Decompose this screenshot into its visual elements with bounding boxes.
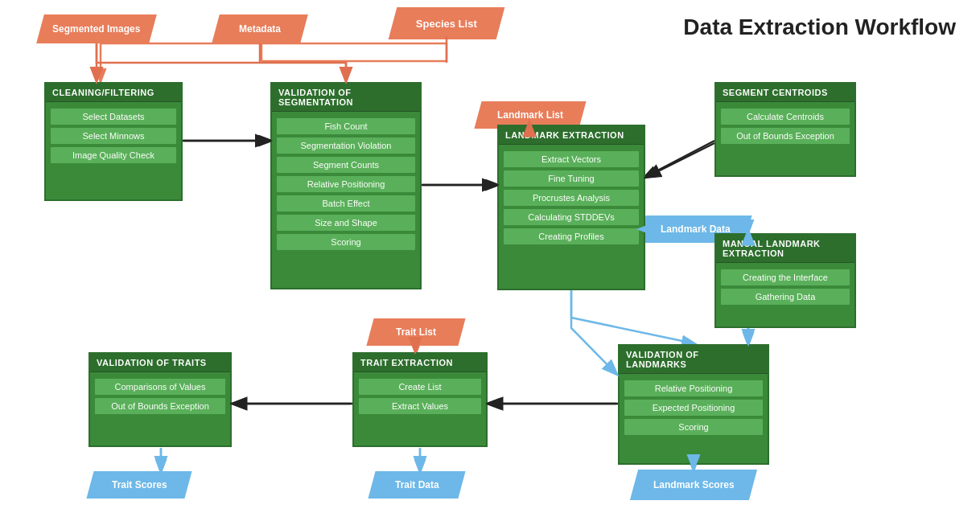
box-landmark-extraction: LANDMARK EXTRACTION Extract Vectors Fine… [497, 125, 645, 290]
item-creating-interface: Creating the Interface [721, 269, 850, 285]
item-select-datasets: Select Datasets [51, 109, 176, 125]
box-cleaning-filtering: CLEANING/FILTERING Select Datasets Selec… [44, 82, 183, 201]
item-size-shape: Size and Shape [277, 215, 415, 231]
box-items-val-seg: Fish Count Segmentation Violation Segmen… [272, 112, 420, 258]
input-segmented-images: Segmented Images [36, 14, 157, 43]
box-items-lm-extract: Extract Vectors Fine Tuning Procrustes A… [499, 145, 644, 252]
item-batch-effect: Batch Effect [277, 195, 415, 211]
item-bounds-except-trait: Out of Bounds Exception [95, 398, 225, 414]
box-trait-extraction: TRAIT EXTRACTION Create List Extract Val… [352, 352, 488, 447]
page-title: Data Extraction Workflow [683, 14, 956, 40]
item-calc-stddevs: Calculating STDDEVs [504, 209, 639, 225]
box-title-manual-lm: MANUAL LANDMARK EXTRACTION [716, 235, 854, 263]
item-scoring-lm: Scoring [624, 419, 763, 435]
item-scoring-seg: Scoring [277, 234, 415, 250]
box-items-manual-lm: Creating the Interface Gathering Data [716, 263, 854, 313]
diagram: Data Extraction Workflow [0, 0, 980, 513]
item-seg-counts: Segment Counts [277, 157, 415, 173]
svg-line-14 [571, 318, 694, 343]
output-trait-scores: Trait Scores [86, 471, 191, 499]
item-bounds-except-seg: Out of Bounds Exception [721, 128, 850, 144]
output-landmark-scores: Landmark Scores [630, 470, 757, 500]
input-species-list: Species List [389, 7, 505, 39]
item-fish-count: Fish Count [277, 118, 415, 134]
item-fine-tuning: Fine Tuning [504, 170, 639, 187]
box-title-lm-extract: LANDMARK EXTRACTION [499, 126, 644, 145]
box-title-cleaning: CLEANING/FILTERING [46, 84, 181, 102]
item-comp-values: Comparisons of Values [95, 379, 225, 395]
item-create-list: Create List [359, 379, 481, 395]
input-trait-list: Trait List [366, 318, 465, 346]
box-validation-traits: VALIDATION OF TRAITS Comparisons of Valu… [89, 352, 232, 447]
input-metadata: Metadata [212, 14, 308, 43]
box-items-trait-extract: Create List Extract Values [354, 372, 486, 422]
box-title-trait-extract: TRAIT EXTRACTION [354, 354, 486, 372]
box-items-val-traits: Comparisons of Values Out of Bounds Exce… [90, 372, 230, 422]
item-exp-pos: Expected Positioning [624, 400, 763, 416]
item-extract-values: Extract Values [359, 398, 481, 414]
box-validation-segmentation: VALIDATION OF SEGMENTATION Fish Count Se… [270, 82, 422, 289]
box-title-val-lm: VALIDATION OF LANDMARKS [620, 346, 768, 374]
box-items-cleaning: Select Datasets Select Minnows Image Qua… [46, 102, 181, 171]
item-extract-vectors: Extract Vectors [504, 151, 639, 167]
item-rel-positioning: Relative Positioning [277, 176, 415, 192]
item-creating-profiles: Creating Profiles [504, 228, 639, 244]
output-trait-data: Trait Data [368, 471, 465, 499]
item-image-quality: Image Quality Check [51, 147, 176, 163]
item-seg-violation: Segmentation Violation [277, 137, 415, 154]
box-items-val-lm: Relative Positioning Expected Positionin… [620, 374, 768, 443]
item-rel-pos-lm: Relative Positioning [624, 380, 763, 396]
svg-line-10 [645, 141, 714, 177]
box-segment-centroids: SEGMENT CENTROIDS Calculate Centroids Ou… [714, 82, 856, 177]
box-items-seg-centroids: Calculate Centroids Out of Bounds Except… [716, 102, 854, 152]
box-title-seg-centroids: SEGMENT CENTROIDS [716, 84, 854, 102]
box-title-val-seg: VALIDATION OF SEGMENTATION [272, 84, 420, 112]
item-gathering-data: Gathering Data [721, 289, 850, 305]
box-title-val-traits: VALIDATION OF TRAITS [90, 354, 230, 372]
item-select-minnows: Select Minnows [51, 128, 176, 144]
item-procrustes: Procrustes Analysis [504, 190, 639, 206]
svg-line-26 [647, 143, 714, 177]
box-validation-landmarks: VALIDATION OF LANDMARKS Relative Positio… [618, 344, 769, 465]
box-manual-landmark: MANUAL LANDMARK EXTRACTION Creating the … [714, 233, 856, 328]
item-calc-centroids: Calculate Centroids [721, 109, 850, 125]
